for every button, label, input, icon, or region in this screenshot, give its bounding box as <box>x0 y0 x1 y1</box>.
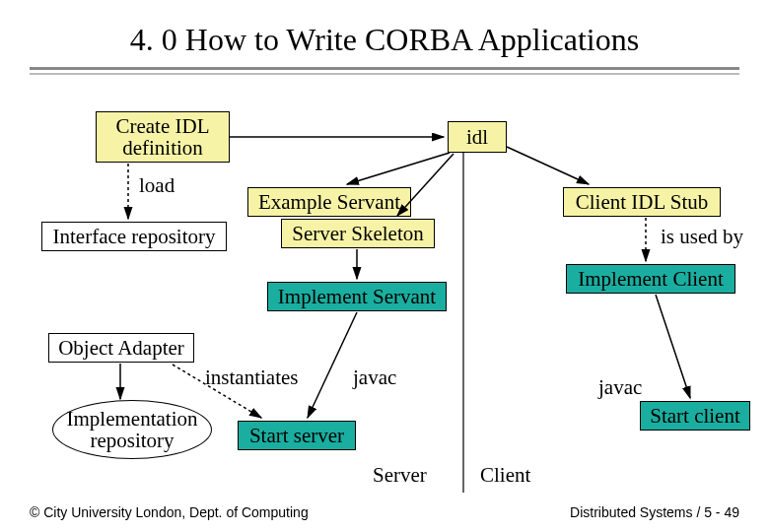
box-server-skeleton: Server Skeleton <box>281 219 435 248</box>
label-server-column: Server <box>373 463 427 488</box>
svg-line-11 <box>656 295 690 398</box>
svg-line-10 <box>308 312 357 418</box>
svg-line-3 <box>347 153 450 184</box>
svg-line-5 <box>507 147 589 184</box>
slide: 4. 0 How to Write CORBA Applications Cre… <box>0 0 769 532</box>
box-start-server: Start server <box>238 421 356 450</box>
box-implement-client: Implement Client <box>566 264 735 294</box>
label-is-used-by: is used by <box>661 225 743 249</box>
footer-right: Distributed Systems / 5 - 49 <box>570 504 739 520</box>
box-client-idl-stub: Client IDL Stub <box>563 187 721 217</box>
box-start-client: Start client <box>640 401 750 431</box>
box-example-servant: Example Servant <box>247 187 411 217</box>
label-load: load <box>139 173 175 198</box>
title-rule-bottom <box>30 73 739 75</box>
box-idl: idl <box>448 121 507 153</box>
slide-title: 4. 0 How to Write CORBA Applications <box>0 22 769 58</box>
box-object-adapter: Object Adapter <box>48 333 194 363</box>
label-javac-client: javac <box>598 375 642 400</box>
title-rule-top <box>30 67 739 70</box>
ellipse-implementation-repository: Implementation repository <box>52 400 212 459</box>
footer-left: © City University London, Dept. of Compu… <box>30 504 309 520</box>
box-create-idl-definition: Create IDL definition <box>96 111 230 163</box>
label-client-column: Client <box>480 463 530 488</box>
box-interface-repository: Interface repository <box>41 222 227 251</box>
label-instantiates: instantiates <box>205 366 298 390</box>
label-javac-server: javac <box>353 366 396 390</box>
box-implement-servant: Implement Servant <box>267 282 447 311</box>
